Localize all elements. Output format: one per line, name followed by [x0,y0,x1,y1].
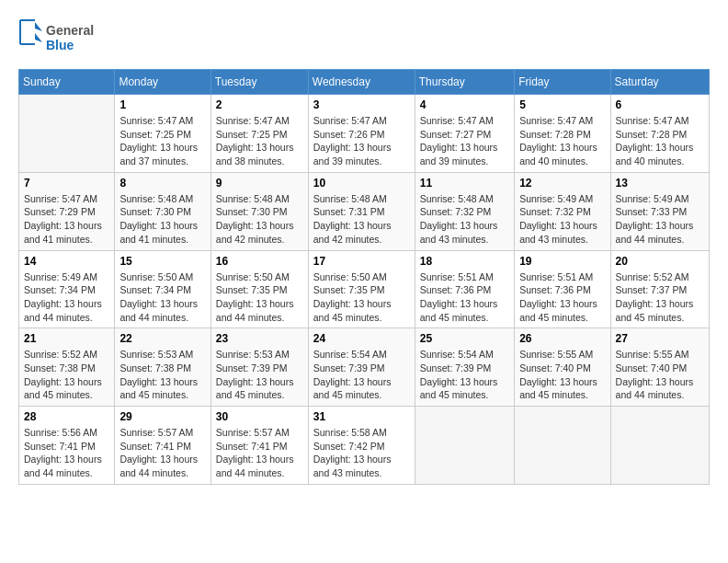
day-number: 15 [119,255,205,268]
weekday-header-thursday: Thursday [415,70,514,95]
day-info: Sunrise: 5:53 AMSunset: 7:38 PMDaylight:… [119,348,205,402]
day-info: Sunrise: 5:48 AMSunset: 7:30 PMDaylight:… [216,192,303,247]
day-number: 30 [216,410,303,423]
day-number: 7 [24,177,109,190]
day-number: 5 [519,98,605,111]
day-info: Sunrise: 5:52 AMSunset: 7:38 PMDaylight:… [24,348,109,402]
day-number: 6 [616,98,704,111]
day-number: 31 [313,410,410,423]
day-number: 1 [119,98,205,111]
calendar-cell [610,407,709,485]
calendar-cell: 22 Sunrise: 5:53 AMSunset: 7:38 PMDaylig… [115,328,210,407]
logo: General Blue [18,18,110,60]
day-number: 28 [24,410,109,423]
calendar-cell: 31 Sunrise: 5:58 AMSunset: 7:42 PMDaylig… [308,407,415,485]
day-info: Sunrise: 5:53 AMSunset: 7:39 PMDaylight:… [216,348,303,402]
calendar-cell: 21 Sunrise: 5:52 AMSunset: 7:38 PMDaylig… [19,328,115,407]
calendar-cell: 28 Sunrise: 5:56 AMSunset: 7:41 PMDaylig… [19,407,115,485]
day-info: Sunrise: 5:47 AMSunset: 7:28 PMDaylight:… [616,114,704,168]
svg-marker-3 [35,33,42,42]
calendar-cell [515,407,610,485]
day-number: 18 [420,255,509,268]
day-number: 16 [216,255,303,268]
day-info: Sunrise: 5:56 AMSunset: 7:41 PMDaylight:… [24,426,109,480]
day-info: Sunrise: 5:47 AMSunset: 7:25 PMDaylight:… [119,114,205,168]
day-info: Sunrise: 5:48 AMSunset: 7:32 PMDaylight:… [420,192,509,247]
day-number: 11 [420,177,509,190]
day-number: 17 [313,255,410,268]
day-number: 21 [24,332,109,345]
calendar-cell: 19 Sunrise: 5:51 AMSunset: 7:36 PMDaylig… [515,250,610,328]
day-number: 14 [24,255,109,268]
svg-text:General: General [46,23,94,38]
svg-text:Blue: Blue [46,38,74,52]
calendar-cell: 1 Sunrise: 5:47 AMSunset: 7:25 PMDayligh… [115,95,210,173]
svg-marker-2 [35,22,42,31]
day-info: Sunrise: 5:47 AMSunset: 7:25 PMDaylight:… [216,114,303,168]
day-number: 24 [313,332,410,345]
day-info: Sunrise: 5:50 AMSunset: 7:35 PMDaylight:… [216,270,303,325]
day-info: Sunrise: 5:51 AMSunset: 7:36 PMDaylight:… [420,270,509,325]
day-info: Sunrise: 5:54 AMSunset: 7:39 PMDaylight:… [420,348,509,402]
day-number: 4 [420,98,509,111]
calendar-cell: 26 Sunrise: 5:55 AMSunset: 7:40 PMDaylig… [515,328,610,407]
calendar-week-4: 21 Sunrise: 5:52 AMSunset: 7:38 PMDaylig… [19,328,710,407]
calendar-cell: 27 Sunrise: 5:55 AMSunset: 7:40 PMDaylig… [610,328,709,407]
day-info: Sunrise: 5:51 AMSunset: 7:36 PMDaylight:… [519,270,605,325]
day-number: 20 [616,255,704,268]
day-info: Sunrise: 5:49 AMSunset: 7:33 PMDaylight:… [616,192,704,247]
calendar-table: SundayMondayTuesdayWednesdayThursdayFrid… [18,69,710,485]
page-header: General Blue [18,18,710,60]
day-number: 13 [616,177,704,190]
weekday-header-monday: Monday [115,70,210,95]
calendar-cell: 8 Sunrise: 5:48 AMSunset: 7:30 PMDayligh… [115,172,210,250]
day-number: 10 [313,177,410,190]
day-info: Sunrise: 5:47 AMSunset: 7:26 PMDaylight:… [313,114,410,168]
day-info: Sunrise: 5:50 AMSunset: 7:35 PMDaylight:… [313,270,410,325]
day-number: 19 [519,255,605,268]
calendar-cell: 2 Sunrise: 5:47 AMSunset: 7:25 PMDayligh… [210,95,308,173]
calendar-cell: 25 Sunrise: 5:54 AMSunset: 7:39 PMDaylig… [415,328,514,407]
day-info: Sunrise: 5:57 AMSunset: 7:41 PMDaylight:… [216,426,303,480]
day-number: 25 [420,332,509,345]
calendar-cell: 29 Sunrise: 5:57 AMSunset: 7:41 PMDaylig… [115,407,210,485]
day-number: 26 [519,332,605,345]
calendar-cell: 30 Sunrise: 5:57 AMSunset: 7:41 PMDaylig… [210,407,308,485]
day-info: Sunrise: 5:57 AMSunset: 7:41 PMDaylight:… [119,426,205,480]
calendar-cell: 18 Sunrise: 5:51 AMSunset: 7:36 PMDaylig… [415,250,514,328]
calendar-week-2: 7 Sunrise: 5:47 AMSunset: 7:29 PMDayligh… [19,172,710,250]
day-number: 3 [313,98,410,111]
day-number: 9 [216,177,303,190]
calendar-cell: 17 Sunrise: 5:50 AMSunset: 7:35 PMDaylig… [308,250,415,328]
day-info: Sunrise: 5:52 AMSunset: 7:37 PMDaylight:… [616,270,704,325]
calendar-cell: 16 Sunrise: 5:50 AMSunset: 7:35 PMDaylig… [210,250,308,328]
calendar-cell: 9 Sunrise: 5:48 AMSunset: 7:30 PMDayligh… [210,172,308,250]
day-info: Sunrise: 5:50 AMSunset: 7:34 PMDaylight:… [119,270,205,325]
calendar-cell: 10 Sunrise: 5:48 AMSunset: 7:31 PMDaylig… [308,172,415,250]
calendar-cell: 11 Sunrise: 5:48 AMSunset: 7:32 PMDaylig… [415,172,514,250]
calendar-cell: 24 Sunrise: 5:54 AMSunset: 7:39 PMDaylig… [308,328,415,407]
day-info: Sunrise: 5:58 AMSunset: 7:42 PMDaylight:… [313,426,410,480]
calendar-cell [19,95,115,173]
calendar-week-5: 28 Sunrise: 5:56 AMSunset: 7:41 PMDaylig… [19,407,710,485]
day-info: Sunrise: 5:55 AMSunset: 7:40 PMDaylight:… [519,348,605,402]
calendar-cell: 4 Sunrise: 5:47 AMSunset: 7:27 PMDayligh… [415,95,514,173]
day-info: Sunrise: 5:48 AMSunset: 7:31 PMDaylight:… [313,192,410,247]
calendar-cell [415,407,514,485]
weekday-header-sunday: Sunday [19,70,115,95]
calendar-cell: 20 Sunrise: 5:52 AMSunset: 7:37 PMDaylig… [610,250,709,328]
calendar-cell: 13 Sunrise: 5:49 AMSunset: 7:33 PMDaylig… [610,172,709,250]
day-number: 29 [119,410,205,423]
day-number: 12 [519,177,605,190]
day-info: Sunrise: 5:48 AMSunset: 7:30 PMDaylight:… [119,192,205,247]
day-info: Sunrise: 5:54 AMSunset: 7:39 PMDaylight:… [313,348,410,402]
calendar-cell: 12 Sunrise: 5:49 AMSunset: 7:32 PMDaylig… [515,172,610,250]
calendar-cell: 14 Sunrise: 5:49 AMSunset: 7:34 PMDaylig… [19,250,115,328]
weekday-header-wednesday: Wednesday [308,70,415,95]
calendar-cell: 15 Sunrise: 5:50 AMSunset: 7:34 PMDaylig… [115,250,210,328]
day-info: Sunrise: 5:47 AMSunset: 7:28 PMDaylight:… [519,114,605,168]
calendar-week-1: 1 Sunrise: 5:47 AMSunset: 7:25 PMDayligh… [19,95,710,173]
calendar-cell: 3 Sunrise: 5:47 AMSunset: 7:26 PMDayligh… [308,95,415,173]
day-number: 8 [119,177,205,190]
calendar-week-3: 14 Sunrise: 5:49 AMSunset: 7:34 PMDaylig… [19,250,710,328]
